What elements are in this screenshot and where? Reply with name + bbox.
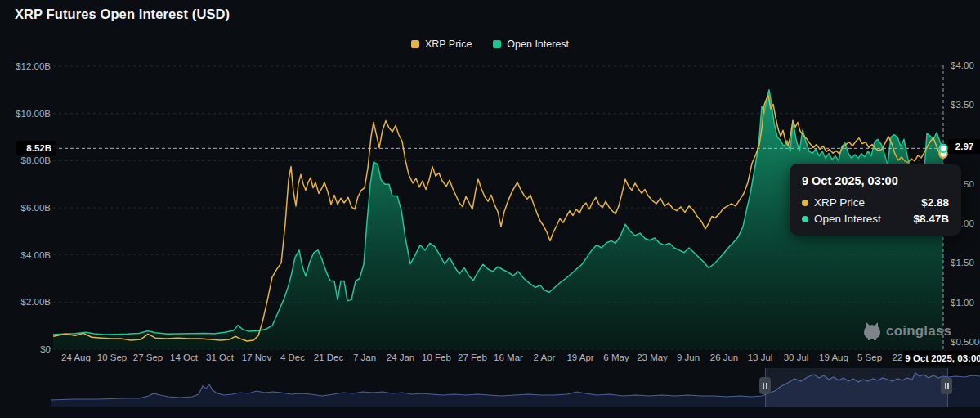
navigator-selection[interactable] [765,368,948,407]
price-current-value-badge: 2.97 [948,139,980,154]
tooltip-row-price: XRP Price $2.88 [802,196,949,209]
hover-tooltip: 9 Oct 2025, 03:00 XRP Price $2.88 Open I… [790,164,961,236]
tooltip-oi-value: $8.47B [913,213,949,225]
tooltip-price-value: $2.88 [921,196,949,209]
chart-panel: XRP Futures Open Interest (USD) XRP Pric… [0,0,980,418]
navigator-right-handle-icon[interactable] [941,377,952,394]
crosshair-date-badge: 9 Oct 2025, 03:00 [903,351,980,366]
navigator-left-handle-icon[interactable] [759,377,771,394]
tooltip-row-open-interest: Open Interest $8.47B [802,213,949,225]
price-dot-icon [802,200,808,206]
oi-current-value-badge: 8.52B [16,141,56,155]
open-interest-dot-icon [802,216,808,222]
tooltip-date: 9 Oct 2025, 03:00 [802,174,949,187]
